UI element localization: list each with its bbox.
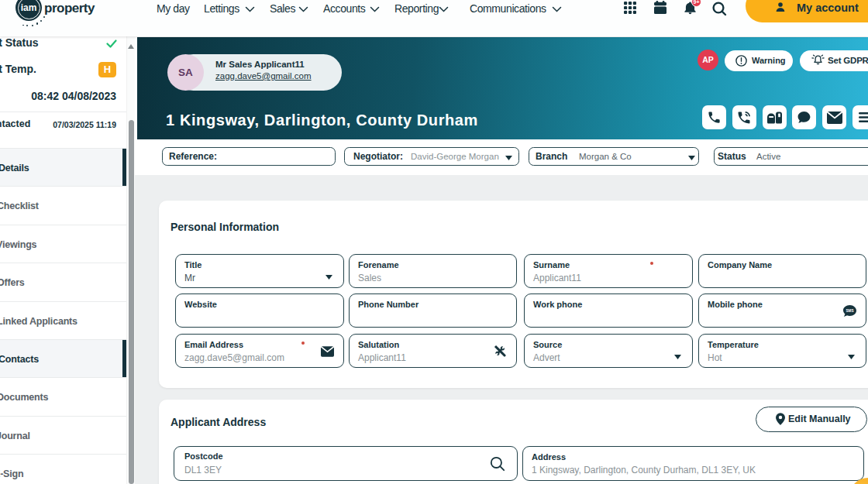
svg-text:SMS: SMS bbox=[846, 309, 854, 313]
